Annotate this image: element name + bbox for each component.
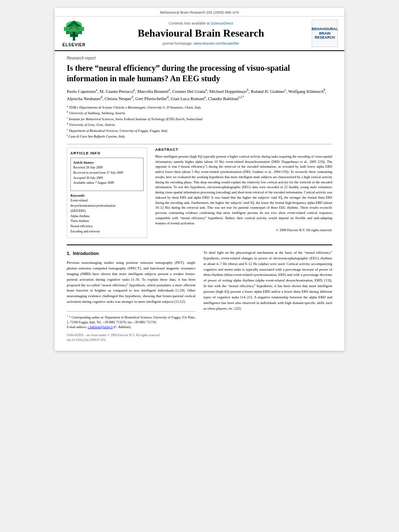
email-link[interactable]: c.babiloni@unifg.it — [88, 325, 113, 329]
elsevier-logo: ELSEVIER — [58, 20, 90, 47]
keywords-section: Keywords: Event-related desynchronizatio… — [70, 193, 144, 234]
keyword-5: Theta rhythms — [70, 219, 144, 224]
body-right-col: To shed light on the physiological mecha… — [204, 250, 332, 343]
intro-para-1: Previous neuroimaging studies using posi… — [67, 260, 195, 305]
keyword-7: Encoding and retrieval — [70, 229, 144, 234]
contents-available: Contents lists available at ScienceDirec… — [94, 21, 308, 25]
elsevier-tree-icon — [62, 20, 86, 42]
history-label: Article history: — [73, 160, 141, 164]
section-title: Introduction — [73, 251, 99, 256]
footnote-area: * * Corresponding author at: Department … — [67, 311, 195, 343]
intro-para-2: To shed light on the physiological mecha… — [204, 250, 332, 312]
authors: Paolo Capotostoa, M. Gianni Perruccia, M… — [67, 88, 332, 103]
keyword-3: (ERD/ERS) — [70, 209, 144, 214]
doi-line: doi:10.1016/j.bbr.2009.07.032 — [67, 338, 195, 343]
received-date: Received 28 July 2009 Received in revise… — [73, 165, 141, 186]
journal-homepage: journal homepage: www.elsevier.com/locat… — [94, 41, 308, 45]
keyword-2: desynchronization/synchronization — [70, 203, 144, 209]
corresponding-note: * * Corresponding author at: Department … — [67, 314, 195, 325]
journal-logo-box: BEHAVIOURALBRAINRESEARCH — [312, 20, 338, 47]
abstract-column: ABSTRACT More intelligent persons (high … — [155, 148, 332, 238]
keyword-4: Alpha rhythms — [70, 214, 144, 219]
elsevier-text: ELSEVIER — [62, 43, 85, 47]
affiliations: a ITAB e Dipartimento di Scienze Clinich… — [67, 104, 332, 139]
email-note: E-mail address: c.babiloni@unifg.it (C. … — [67, 325, 195, 330]
citation-text: Behavioural Brain Research 205 (2009) 46… — [160, 10, 239, 14]
intro-heading: 1. Introduction — [67, 250, 195, 257]
citation-bar: Behavioural Brain Research 205 (2009) 46… — [55, 8, 344, 16]
copyright-line: © 2009 Elsevier B.V. All rights reserved… — [155, 228, 332, 232]
page: Behavioural Brain Research 205 (2009) 46… — [55, 8, 344, 351]
article-info-heading: ARTICLE INFO — [70, 151, 144, 155]
abstract-heading: ABSTRACT — [155, 148, 332, 152]
homepage-link[interactable]: www.elsevier.com/locate/bbr — [193, 41, 239, 45]
article-title: Is there “neural efficiency” during the … — [67, 63, 332, 84]
sciencedirect-link[interactable]: ScienceDirect — [211, 21, 233, 25]
svg-rect-0 — [73, 37, 75, 41]
keyword-6: Neural efficiency — [70, 224, 144, 229]
section-number: 1. — [67, 251, 70, 256]
svg-rect-8 — [73, 32, 75, 36]
issn-line: 0166-4328/$ – see front matter © 2009 El… — [67, 333, 195, 338]
contents-label: Contents lists available at — [169, 21, 210, 25]
abstract-text: More intelligent persons (high IQ) typic… — [155, 154, 332, 226]
journal-title: Behavioural Brain Research — [94, 27, 308, 39]
article-history-box: Article history: Received 28 July 2009 R… — [70, 158, 144, 191]
article-type-label: Research report — [67, 56, 332, 60]
body-section: 1. Introduction Previous neuroimaging st… — [67, 250, 332, 343]
journal-title-area: Contents lists available at ScienceDirec… — [94, 20, 308, 47]
journal-header: ELSEVIER Contents lists available at Sci… — [55, 16, 344, 51]
homepage-label: journal homepage: — [162, 41, 193, 45]
section-divider-1 — [67, 144, 332, 144]
article-info-column: ARTICLE INFO Article history: Received 2… — [67, 148, 147, 238]
keyword-1: Event-related — [70, 198, 144, 203]
body-left-col: 1. Introduction Previous neuroimaging st… — [67, 250, 195, 343]
body-section-divider — [67, 244, 332, 245]
keywords-label: Keywords: — [70, 193, 144, 197]
main-content: Research report Is there “neural efficie… — [55, 51, 344, 351]
info-abstract-section: ARTICLE INFO Article history: Received 2… — [67, 148, 332, 238]
